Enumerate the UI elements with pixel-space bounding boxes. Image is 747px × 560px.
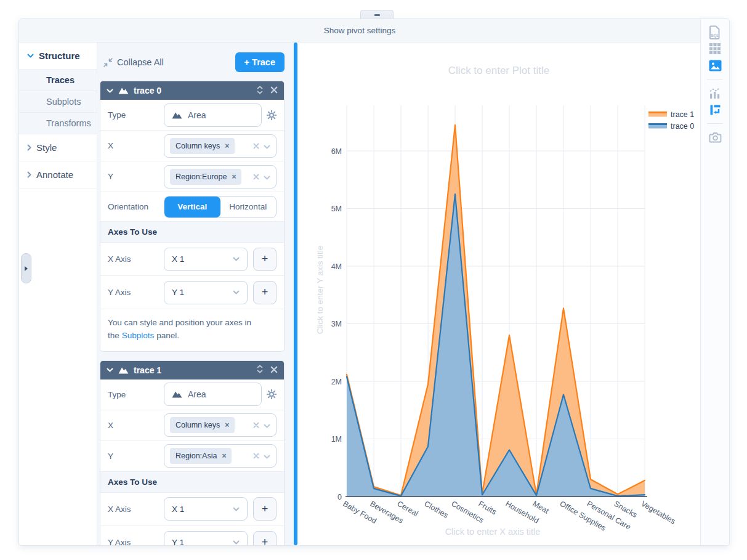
- chevron-down-icon: [264, 455, 270, 459]
- field-label: Orientation: [108, 202, 164, 211]
- chevron-down-icon: [264, 145, 270, 149]
- x-data-multiselect[interactable]: Column keys ×: [164, 413, 277, 437]
- sidebar-group-annotate[interactable]: Annotate: [19, 161, 97, 189]
- clear-selection-icon[interactable]: [253, 140, 259, 152]
- pivot-icon[interactable]: [707, 103, 723, 116]
- chart-image-icon[interactable]: [707, 59, 723, 72]
- sidebar-group-label: Style: [36, 142, 57, 153]
- field-label: Y: [108, 172, 164, 181]
- trace-type-dropdown[interactable]: Area: [164, 103, 262, 127]
- selected-column-chip[interactable]: Region:Europe ×: [170, 169, 241, 185]
- area-fill-trace-1[interactable]: [347, 125, 645, 497]
- chevron-down-icon: [264, 424, 270, 428]
- trend-chart-icon[interactable]: [707, 86, 723, 100]
- area-trace-icon: [172, 391, 182, 398]
- field-label: Y Axis: [108, 538, 164, 545]
- y-data-multiselect[interactable]: Region:Asia ×: [164, 444, 277, 468]
- axes-to-use-header: Axes To Use: [100, 472, 284, 493]
- remove-chip-icon[interactable]: ×: [232, 172, 236, 181]
- clear-selection-icon[interactable]: [253, 171, 259, 182]
- sidebar-nav: Structure Traces Subplots Transforms Sty…: [19, 43, 97, 545]
- legend-label[interactable]: trace 0: [671, 122, 694, 131]
- delete-trace-button[interactable]: [270, 365, 278, 375]
- delete-trace-button[interactable]: [270, 86, 278, 95]
- sidebar-item-subplots[interactable]: Subplots: [19, 91, 97, 113]
- gear-icon[interactable]: [267, 389, 277, 399]
- trace-type-settings-button[interactable]: [267, 110, 277, 120]
- legend-label[interactable]: trace 1: [671, 110, 694, 119]
- x-axis-select[interactable]: X 1: [164, 248, 248, 271]
- gear-icon[interactable]: [267, 110, 277, 120]
- sidebar-group-style[interactable]: Style: [19, 134, 97, 161]
- y-tick-label: 3M: [331, 320, 342, 328]
- close-icon: [253, 174, 259, 180]
- y-axis-select[interactable]: Y 1: [164, 281, 248, 304]
- clear-selection-icon[interactable]: [253, 450, 259, 461]
- x-data-multiselect[interactable]: Column keys ×: [164, 134, 277, 158]
- add-x-axis-button[interactable]: +: [253, 497, 277, 521]
- add-y-axis-button[interactable]: +: [253, 531, 277, 545]
- orientation-horizontal-button[interactable]: Horizontal: [220, 197, 277, 217]
- show-pivot-settings-link[interactable]: Show pivot settings: [324, 26, 395, 35]
- selected-column-chip[interactable]: Region:Asia ×: [170, 448, 232, 464]
- close-icon: [270, 86, 278, 94]
- y-data-multiselect[interactable]: Region:Europe ×: [164, 165, 277, 189]
- y-axis-title-placeholder[interactable]: Click to enter Y axis title: [315, 229, 325, 352]
- move-trace-icon: [257, 86, 263, 94]
- top-bar: Show pivot settings: [19, 19, 700, 43]
- area-trace-icon: [118, 87, 129, 94]
- y-axis-select[interactable]: Y 1: [164, 531, 248, 545]
- table-grid-icon[interactable]: [707, 42, 723, 55]
- arrow-right-icon: [25, 266, 28, 271]
- trace-x-row: X Column keys ×: [100, 131, 284, 161]
- sidebar-item-label: Subplots: [46, 97, 81, 107]
- sidebar-item-transforms[interactable]: Transforms: [19, 113, 97, 134]
- collapse-all-label: Collapse All: [117, 57, 164, 67]
- clear-selection-icon[interactable]: [253, 420, 259, 431]
- sidebar-item-label: Traces: [46, 75, 75, 85]
- chevron-down-icon: [264, 176, 270, 180]
- open-dropdown-icon[interactable]: [264, 171, 270, 182]
- subplots-link[interactable]: Subplots: [122, 331, 155, 340]
- chevron-down-icon: [233, 540, 240, 545]
- area-trace-icon: [172, 112, 182, 119]
- x-axis-select[interactable]: X 1: [164, 497, 248, 521]
- axes-to-use-header: Axes To Use: [100, 222, 284, 243]
- chevron-down-icon: [233, 257, 240, 261]
- sidebar-item-label: Transforms: [46, 118, 91, 128]
- plot-title-placeholder[interactable]: Click to enter Plot title: [297, 65, 700, 77]
- sidebar-collapse-handle[interactable]: [21, 253, 31, 283]
- add-y-axis-button[interactable]: +: [253, 281, 277, 304]
- sidebar-item-traces[interactable]: Traces: [19, 70, 97, 91]
- trace-panel-header[interactable]: trace 0: [100, 81, 284, 100]
- close-icon: [270, 366, 278, 373]
- add-x-axis-button[interactable]: +: [253, 248, 277, 271]
- open-dropdown-icon[interactable]: [264, 140, 270, 152]
- trace-type-dropdown[interactable]: Area: [164, 383, 262, 406]
- open-dropdown-icon[interactable]: [264, 420, 270, 431]
- collapse-all-button[interactable]: Collapse All: [103, 57, 164, 67]
- rail-divider: [707, 123, 723, 124]
- selected-column-chip[interactable]: Column keys ×: [170, 417, 235, 433]
- remove-chip-icon[interactable]: ×: [225, 142, 229, 150]
- remove-chip-icon[interactable]: ×: [225, 421, 229, 429]
- area-chart[interactable]: 01M2M3M4M5M6MBaby FoodBeveragesCerealClo…: [297, 43, 701, 546]
- add-trace-button[interactable]: + Trace: [235, 52, 285, 72]
- open-dropdown-icon[interactable]: [264, 450, 270, 461]
- chevron-down-icon: [233, 540, 240, 545]
- y-tick-label: 0: [337, 493, 342, 501]
- x-axis-title-placeholder[interactable]: Click to enter X axis title: [297, 527, 688, 537]
- pivot-drawer-handle[interactable]: [360, 10, 394, 19]
- sql-icon[interactable]: SQL: [707, 25, 723, 39]
- sidebar-group-structure[interactable]: Structure: [19, 43, 97, 70]
- selected-column-chip[interactable]: Column keys ×: [170, 138, 235, 154]
- chart-editor-window: Show pivot settings Structure Traces Sub…: [18, 18, 730, 546]
- orientation-vertical-button[interactable]: Vertical: [164, 197, 220, 217]
- reorder-trace-button[interactable]: [257, 365, 263, 375]
- reorder-trace-button[interactable]: [257, 86, 263, 96]
- axes-note: You can style and position your axes in …: [100, 309, 284, 351]
- trace-panel-header[interactable]: trace 1: [100, 361, 284, 379]
- trace-type-settings-button[interactable]: [267, 389, 277, 399]
- camera-icon[interactable]: [707, 131, 723, 144]
- remove-chip-icon[interactable]: ×: [222, 452, 226, 460]
